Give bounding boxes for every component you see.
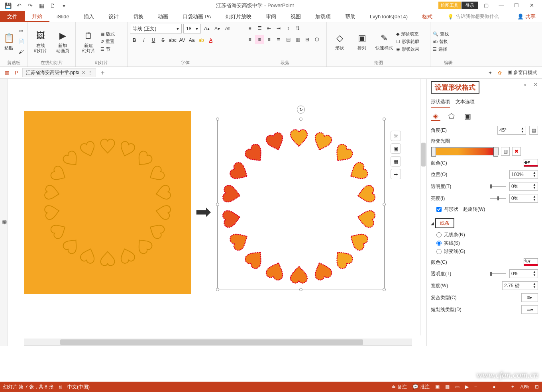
- shrink-font-icon[interactable]: A▾: [213, 24, 222, 33]
- strike-icon[interactable]: S̶: [159, 36, 167, 45]
- nav-pane-icon[interactable]: ▥: [3, 69, 10, 76]
- remove-stop-icon[interactable]: ✖: [512, 147, 521, 156]
- pane-options-icon[interactable]: ▾: [524, 83, 526, 87]
- shapes-button[interactable]: ◇形状: [329, 25, 350, 58]
- resize-handle[interactable]: [216, 118, 219, 121]
- login-button[interactable]: 登录: [461, 2, 478, 9]
- tab-menu-icon[interactable]: ⋮: [88, 70, 92, 76]
- fill-line-icon[interactable]: ◈: [431, 112, 440, 121]
- resize-handle[interactable]: [216, 203, 219, 206]
- fit-window-icon[interactable]: ⊡: [535, 384, 539, 390]
- angle-spinner[interactable]: 45°▲▼: [497, 126, 526, 135]
- cut-icon[interactable]: ✂: [17, 27, 26, 35]
- accessibility-icon[interactable]: ⎘: [59, 384, 62, 390]
- document-tab[interactable]: 江苏省海安高级中学.pptx ✕ ⋮: [22, 68, 96, 77]
- change-case-icon[interactable]: Aa: [187, 36, 196, 45]
- sidetool-layer-icon[interactable]: ▣: [391, 143, 401, 154]
- tab-transition[interactable]: 切换: [126, 11, 151, 22]
- comments-button[interactable]: 💬 批注: [412, 384, 430, 390]
- line-spacing-icon[interactable]: ↕: [284, 24, 293, 33]
- reset-button[interactable]: ↺重置: [100, 39, 115, 45]
- tab-slideshow[interactable]: 幻灯片放映: [218, 11, 259, 22]
- transparency-slider[interactable]: [490, 186, 506, 187]
- close-icon[interactable]: ✕: [82, 70, 85, 75]
- angle-more-icon[interactable]: ▤: [529, 126, 538, 135]
- tab-insert[interactable]: 插入: [77, 11, 101, 22]
- zoom-in-icon[interactable]: +: [511, 384, 514, 390]
- reading-view-icon[interactable]: ▭: [455, 384, 460, 390]
- tab-animation[interactable]: 动画: [151, 11, 175, 22]
- clear-format-icon[interactable]: Aͯ: [223, 24, 232, 33]
- text-direction-icon[interactable]: ⇅: [293, 24, 302, 33]
- sidetool-align-icon[interactable]: ▦: [391, 156, 401, 167]
- new-slide-button[interactable]: 🗒新建 幻灯片: [78, 25, 99, 58]
- notes-button[interactable]: ≐ 备注: [392, 384, 407, 390]
- start-slideshow-icon[interactable]: ▦: [37, 1, 46, 10]
- redo-icon[interactable]: ↷: [26, 1, 35, 10]
- distribute-icon[interactable]: ▤: [284, 35, 293, 44]
- horizontal-scrollbar[interactable]: [24, 339, 412, 346]
- tab-view[interactable]: 视图: [283, 11, 308, 22]
- solid-line-radio[interactable]: 实线(S): [436, 240, 538, 247]
- resize-handle[interactable]: [299, 288, 302, 291]
- sidetool-up-icon[interactable]: ❊: [391, 131, 401, 141]
- expand-icon[interactable]: ◢: [431, 221, 434, 225]
- tool-icon[interactable]: ✦: [487, 69, 494, 76]
- close-icon[interactable]: ✕: [524, 0, 539, 11]
- thumbnail-collapse[interactable]: 缩略图: [0, 79, 8, 346]
- resize-handle[interactable]: [216, 288, 219, 291]
- justify-icon[interactable]: ≣: [274, 35, 283, 44]
- char-spacing-icon[interactable]: AV: [178, 36, 187, 45]
- ribbon-options-icon[interactable]: ▢: [479, 0, 493, 11]
- zoom-out-icon[interactable]: −: [474, 384, 477, 390]
- numbering-icon[interactable]: ☰: [255, 24, 264, 33]
- quickstyle-button[interactable]: ✎快速样式: [374, 25, 395, 58]
- scroll-thumb[interactable]: [421, 143, 426, 167]
- tab-help[interactable]: 帮助: [338, 11, 363, 22]
- line-color-picker[interactable]: ✎▾: [524, 258, 538, 266]
- replace-button[interactable]: ab替换: [433, 39, 449, 45]
- undo-icon[interactable]: ↶: [14, 1, 24, 10]
- size-props-icon[interactable]: ▣: [463, 112, 472, 121]
- smartart-icon[interactable]: ⬡: [312, 35, 321, 44]
- transparency-spinner[interactable]: 0%▲▼: [509, 182, 538, 191]
- width-spinner[interactable]: 2.75 磅▲▼: [502, 281, 538, 290]
- columns-icon[interactable]: ▥: [293, 35, 302, 44]
- scroll-thumb[interactable]: [60, 339, 363, 345]
- shape-effects-button[interactable]: ◉形状效果: [396, 46, 419, 52]
- font-size-combo[interactable]: 18▾: [183, 24, 201, 33]
- layout-button[interactable]: ▦版式: [100, 31, 115, 37]
- highlight-icon[interactable]: ab: [197, 36, 206, 45]
- indent-right-icon[interactable]: ⇥: [274, 24, 283, 33]
- shadow-icon[interactable]: abc: [168, 36, 177, 45]
- gradient-slider[interactable]: [431, 147, 499, 155]
- slide-counter[interactable]: 幻灯片 第 7 张，共 8 张: [3, 384, 53, 390]
- gradient-stop[interactable]: [493, 147, 498, 157]
- indent-left-icon[interactable]: ⇤: [265, 24, 273, 33]
- grow-font-icon[interactable]: A▴: [202, 24, 211, 33]
- rotate-with-shape-checkbox[interactable]: 与形状一起旋转(W): [436, 206, 538, 213]
- tab-format[interactable]: 格式: [415, 11, 440, 22]
- new-doc-icon[interactable]: 🗋: [48, 1, 57, 10]
- zoom-slider[interactable]: ───●───: [483, 384, 506, 390]
- language-indicator[interactable]: 中文(中国): [67, 384, 90, 390]
- text-options-tab[interactable]: 文本选项: [456, 98, 475, 108]
- tab-review[interactable]: 审阅: [259, 11, 283, 22]
- tell-me-input[interactable]: 💡告诉我你想要做什么: [440, 11, 511, 22]
- font-name-combo[interactable]: 等线 (正文)▾: [130, 24, 182, 33]
- normal-view-icon[interactable]: ▣: [435, 384, 440, 390]
- resize-handle[interactable]: [383, 288, 386, 291]
- arrange-button[interactable]: ▣排列: [352, 25, 372, 58]
- color-picker[interactable]: ◆▾: [524, 159, 538, 167]
- shape-options-tab[interactable]: 形状选项: [431, 98, 450, 108]
- gradient-stop[interactable]: [431, 147, 436, 157]
- align-left-icon[interactable]: ≡: [245, 35, 254, 44]
- format-painter-icon[interactable]: 🖌: [17, 47, 26, 56]
- tab-home[interactable]: 开始: [25, 11, 49, 22]
- bullets-icon[interactable]: ≡: [245, 24, 254, 33]
- shape-fill-button[interactable]: ◆形状填充: [396, 31, 419, 37]
- no-line-radio[interactable]: 无线条(N): [436, 231, 538, 238]
- compound-picker[interactable]: ≡▾: [521, 293, 538, 302]
- shape-outline-button[interactable]: ☐形状轮廓: [396, 39, 419, 45]
- maximize-icon[interactable]: ☐: [509, 0, 524, 11]
